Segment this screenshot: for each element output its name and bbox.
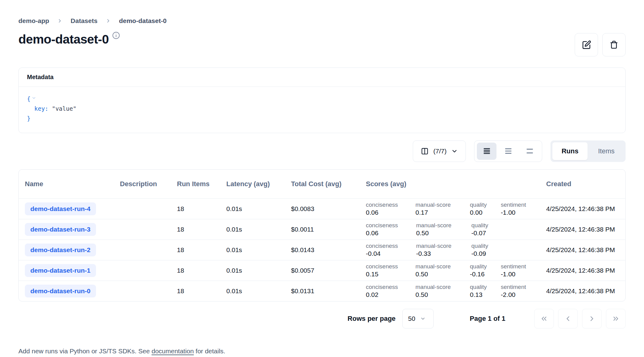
previous-page-button[interactable] <box>558 309 578 328</box>
delete-dataset-button[interactable] <box>602 33 626 56</box>
score: conciseness0.06 <box>366 202 416 216</box>
scores-cell: conciseness0.02 manual-score0.50 quality… <box>366 281 546 301</box>
chevron-right-icon <box>105 18 111 24</box>
runs-items-tabs: Runs Items <box>550 140 626 162</box>
chevron-right-icon <box>57 18 63 24</box>
chevron-down-icon <box>420 316 426 321</box>
run-link[interactable]: demo-dataset-run-1 <box>25 264 96 277</box>
json-line-key: key: "value" <box>27 104 617 114</box>
metadata-title: Metadata <box>27 74 54 80</box>
rows-dense-icon <box>483 147 491 155</box>
page-title: demo-dataset-0 <box>18 33 109 46</box>
score: manual-score0.50 <box>416 263 470 278</box>
documentation-link[interactable]: documentation <box>151 347 194 355</box>
scores-cell: conciseness0.15 manual-score0.50 quality… <box>366 260 546 281</box>
runs-table: Name Description Run Items Latency (avg)… <box>18 169 626 301</box>
score: quality-0.16 <box>470 263 501 278</box>
latency-cell: 0.01s <box>226 205 291 213</box>
sdk-hint-text: for details. <box>194 347 225 355</box>
breadcrumb-item-dataset[interactable]: demo-dataset-0 <box>119 17 167 25</box>
json-value <box>48 105 52 112</box>
run-items-cell: 18 <box>177 267 226 274</box>
breadcrumb: demo-app Datasets demo-dataset-0 <box>18 17 626 25</box>
score: manual-score-0.33 <box>416 243 471 257</box>
tab-items[interactable]: Items <box>589 142 624 160</box>
score: conciseness-0.04 <box>366 243 416 257</box>
chevrons-right-icon <box>612 315 620 323</box>
run-link[interactable]: demo-dataset-run-0 <box>25 285 96 298</box>
scores-cell: conciseness-0.04 manual-score-0.33 quali… <box>366 240 546 260</box>
breadcrumb-item-project[interactable]: demo-app <box>18 17 49 25</box>
column-header-scores: Scores (avg) <box>366 180 546 188</box>
run-link[interactable]: demo-dataset-run-4 <box>25 202 96 215</box>
page-status: Page 1 of 1 <box>470 315 505 323</box>
created-cell: 4/25/2024, 12:46:38 PM <box>546 226 625 233</box>
table-toolbar: (7/7) Runs Ite <box>18 140 626 162</box>
column-header-latency: Latency (avg) <box>226 180 291 188</box>
latency-cell: 0.01s <box>226 246 291 254</box>
run-items-cell: 18 <box>177 226 226 233</box>
chevrons-left-icon <box>540 315 548 323</box>
rows-per-page-select[interactable]: 50 <box>402 309 434 328</box>
rows-per-page-value: 50 <box>408 315 415 322</box>
collapse-chevron-icon[interactable] <box>32 96 36 100</box>
chevron-down-icon <box>451 148 458 155</box>
columns-icon <box>421 147 429 155</box>
first-page-button[interactable] <box>534 309 554 328</box>
row-height-large-button[interactable] <box>520 143 539 160</box>
total-cost-cell: $0.0131 <box>291 287 366 295</box>
json-line-close: } <box>27 114 617 124</box>
page-header: demo-dataset-0 <box>18 33 626 56</box>
info-icon[interactable] <box>112 31 120 40</box>
score: sentiment-1.00 <box>501 263 542 278</box>
json-key: key: <box>34 105 48 112</box>
row-height-medium-button[interactable] <box>498 143 518 160</box>
score: manual-score0.50 <box>416 284 470 298</box>
edit-dataset-button[interactable] <box>575 33 598 56</box>
column-visibility-button[interactable]: (7/7) <box>413 140 466 162</box>
row-height-toggle-group <box>474 140 542 162</box>
run-link[interactable]: demo-dataset-run-3 <box>25 223 96 236</box>
score: manual-score0.17 <box>416 202 470 216</box>
score: conciseness0.15 <box>366 263 416 278</box>
created-cell: 4/25/2024, 12:46:38 PM <box>546 267 625 274</box>
edit-icon <box>582 40 591 50</box>
sdk-hint: Add new runs via Python or JS/TS SDKs. S… <box>18 347 626 355</box>
column-count-label: (7/7) <box>433 148 447 155</box>
score: conciseness0.02 <box>366 284 416 298</box>
breadcrumb-item-datasets[interactable]: Datasets <box>71 17 98 25</box>
last-page-button[interactable] <box>606 309 626 328</box>
latency-cell: 0.01s <box>226 226 291 233</box>
chevron-right-icon <box>588 315 596 323</box>
created-cell: 4/25/2024, 12:46:38 PM <box>546 287 625 295</box>
score: quality-0.07 <box>471 222 503 237</box>
tab-runs[interactable]: Runs <box>552 142 588 160</box>
trash-icon <box>609 40 619 49</box>
row-height-small-button[interactable] <box>477 143 496 160</box>
json-value: "value" <box>52 105 76 112</box>
run-items-cell: 18 <box>177 287 226 295</box>
total-cost-cell: $0.0057 <box>291 267 366 274</box>
json-open-brace: { <box>27 95 30 102</box>
column-header-total-cost: Total Cost (avg) <box>291 180 366 188</box>
score: quality-0.09 <box>471 243 503 257</box>
next-page-button[interactable] <box>582 309 602 328</box>
table-body: demo-dataset-run-4 18 0.01s $0.0083 conc… <box>19 198 625 301</box>
column-header-name: Name <box>25 180 120 188</box>
json-line-open: { <box>27 94 617 104</box>
rows-tall-icon <box>526 147 534 155</box>
score: sentiment-1.00 <box>501 202 542 216</box>
header-actions <box>575 33 626 56</box>
metadata-json-viewer: { key: "value" } <box>19 87 625 133</box>
score: manual-score0.50 <box>416 222 471 237</box>
latency-cell: 0.01s <box>226 267 291 274</box>
created-cell: 4/25/2024, 12:46:38 PM <box>546 205 625 213</box>
run-items-cell: 18 <box>177 246 226 254</box>
table-row: demo-dataset-run-3 18 0.01s $0.0011 conc… <box>19 219 625 240</box>
latency-cell: 0.01s <box>226 287 291 295</box>
table-row: demo-dataset-run-0 18 0.01s $0.0131 conc… <box>19 281 625 301</box>
created-cell: 4/25/2024, 12:46:38 PM <box>546 246 625 254</box>
total-cost-cell: $0.0143 <box>291 246 366 254</box>
run-link[interactable]: demo-dataset-run-2 <box>25 244 96 256</box>
total-cost-cell: $0.0083 <box>291 205 366 213</box>
